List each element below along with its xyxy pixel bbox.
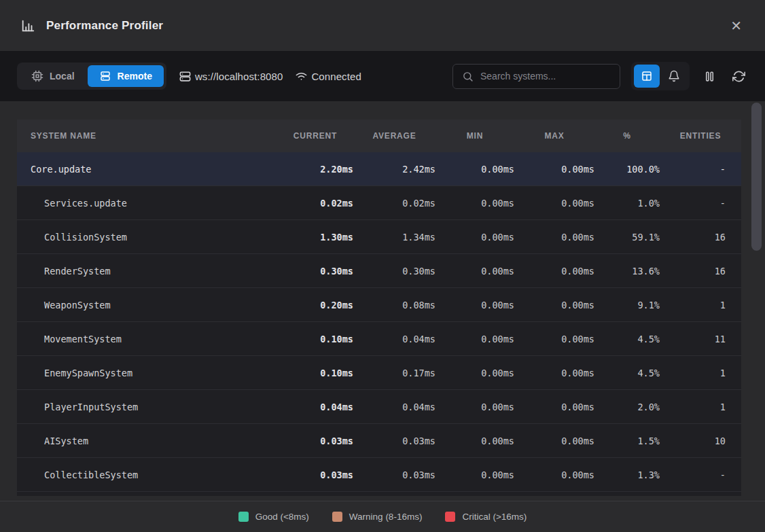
remote-toggle-button[interactable]: Remote <box>88 65 164 87</box>
table-row[interactable]: EnemySpawnSystem0.10ms0.17ms0.00ms0.00ms… <box>17 356 741 390</box>
column-header[interactable]: MIN <box>435 131 514 141</box>
titlebar: Performance Profiler ✕ <box>0 0 765 51</box>
percent-cell: 2.0% <box>594 402 660 412</box>
table-row[interactable]: PlayerInputSystem0.04ms0.04ms0.00ms0.00m… <box>17 390 741 424</box>
max-cell: 0.00ms <box>514 164 594 175</box>
table-row[interactable]: RenderSystem0.30ms0.30ms0.00ms0.00ms13.6… <box>17 254 741 288</box>
average-cell: 0.08ms <box>353 300 435 311</box>
server-icon <box>179 70 192 83</box>
current-cell: 0.10ms <box>277 334 353 344</box>
entities-cell: 11 <box>660 334 741 344</box>
table-row[interactable]: CollisionSystem1.30ms1.34ms0.00ms0.00ms5… <box>17 220 741 254</box>
local-toggle-button[interactable]: Local <box>20 65 86 87</box>
scrollbar-thumb[interactable] <box>751 103 762 251</box>
system-name-cell: CollectibleSystem <box>17 469 277 480</box>
search-box <box>452 64 620 89</box>
current-cell: 0.04ms <box>277 402 353 412</box>
percent-cell: 100.0% <box>594 164 660 175</box>
entities-cell: - <box>660 198 741 209</box>
search-icon <box>462 71 474 82</box>
alerts-button[interactable] <box>661 65 687 88</box>
legend-label: Critical (>16ms) <box>462 512 527 522</box>
close-button[interactable]: ✕ <box>728 16 745 35</box>
pause-button[interactable] <box>700 67 719 86</box>
max-cell: 0.00ms <box>514 469 594 480</box>
average-cell: 0.04ms <box>353 402 435 412</box>
min-cell: 0.00ms <box>435 266 514 277</box>
max-cell: 0.00ms <box>514 402 594 412</box>
system-name-cell: CollisionSystem <box>17 232 277 243</box>
scrollbar[interactable] <box>751 103 762 500</box>
max-cell: 0.00ms <box>514 334 594 344</box>
max-cell: 0.00ms <box>514 368 594 378</box>
column-header[interactable]: AVERAGE <box>353 131 435 141</box>
current-cell: 0.30ms <box>277 266 353 277</box>
max-cell: 0.00ms <box>514 232 594 243</box>
local-label: Local <box>50 71 75 82</box>
entities-cell: 16 <box>660 232 741 243</box>
average-cell: 0.02ms <box>353 198 435 209</box>
system-name-cell: AISystem <box>17 436 277 446</box>
average-cell: 0.03ms <box>353 469 435 480</box>
min-cell: 0.00ms <box>435 164 514 175</box>
table-row[interactable]: Core.update2.20ms2.42ms0.00ms0.00ms100.0… <box>17 152 741 186</box>
min-cell: 0.00ms <box>435 334 514 344</box>
page-title: Performance Profiler <box>46 19 163 33</box>
pause-icon <box>703 70 716 83</box>
legend: Good (<8ms)Warning (8-16ms)Critical (>16… <box>0 501 765 532</box>
column-header[interactable]: % <box>594 131 660 141</box>
legend-swatch <box>238 512 249 522</box>
current-cell: 0.03ms <box>277 436 353 446</box>
refresh-button[interactable] <box>730 67 748 86</box>
entities-cell: - <box>660 469 741 480</box>
table-row[interactable]: MovementSystem0.10ms0.04ms0.00ms0.00ms4.… <box>17 322 741 356</box>
current-cell: 2.20ms <box>277 164 353 175</box>
column-header[interactable]: ENTITIES <box>660 131 741 141</box>
column-header[interactable]: CURRENT <box>277 131 353 141</box>
partial-row <box>17 492 741 496</box>
average-cell: 0.03ms <box>353 436 435 446</box>
max-cell: 0.00ms <box>514 300 594 311</box>
cpu-icon <box>31 70 43 82</box>
percent-cell: 1.5% <box>594 436 660 446</box>
system-name-cell: EnemySpawnSystem <box>17 368 277 378</box>
entities-cell: 1 <box>660 368 741 378</box>
legend-swatch <box>332 512 342 522</box>
view-toggle-group <box>631 62 690 90</box>
column-header[interactable]: SYSTEM NAME <box>17 131 277 141</box>
remote-label: Remote <box>118 71 152 82</box>
bar-chart-icon <box>20 18 35 33</box>
legend-item: Warning (8-16ms) <box>332 512 423 522</box>
system-name-cell: WeaponSystem <box>17 300 277 311</box>
entities-cell: 16 <box>660 266 741 277</box>
table-row[interactable]: Services.update0.02ms0.02ms0.00ms0.00ms1… <box>17 186 741 220</box>
toolbar: Local Remote <box>0 51 765 101</box>
bell-icon <box>668 70 680 82</box>
table-row[interactable]: CollectibleSystem0.03ms0.03ms0.00ms0.00m… <box>17 458 741 492</box>
column-header[interactable]: MAX <box>514 131 594 141</box>
min-cell: 0.00ms <box>435 300 514 311</box>
table-row[interactable]: AISystem0.03ms0.03ms0.00ms0.00ms1.5%10 <box>17 424 741 458</box>
max-cell: 0.00ms <box>514 198 594 209</box>
connection-status: Connected <box>295 70 361 83</box>
min-cell: 0.00ms <box>435 469 514 480</box>
average-cell: 0.17ms <box>353 368 435 378</box>
average-cell: 0.04ms <box>353 334 435 344</box>
current-cell: 0.02ms <box>277 198 353 209</box>
table-row[interactable]: WeaponSystem0.20ms0.08ms0.00ms0.00ms9.1%… <box>17 288 741 322</box>
percent-cell: 4.5% <box>594 368 660 378</box>
percent-cell: 13.6% <box>594 266 660 277</box>
system-name-cell: PlayerInputSystem <box>17 402 277 412</box>
table-icon <box>641 70 653 82</box>
current-cell: 0.20ms <box>277 300 353 311</box>
percent-cell: 9.1% <box>594 300 660 311</box>
min-cell: 0.00ms <box>435 368 514 378</box>
table-body: Core.update2.20ms2.42ms0.00ms0.00ms100.0… <box>17 152 741 492</box>
system-name-cell: RenderSystem <box>17 266 277 277</box>
legend-label: Warning (8-16ms) <box>349 512 423 522</box>
wifi-icon <box>295 70 308 83</box>
search-input[interactable] <box>480 71 611 82</box>
entities-cell: 1 <box>660 300 741 311</box>
legend-swatch <box>445 512 455 522</box>
table-view-button[interactable] <box>634 65 660 88</box>
